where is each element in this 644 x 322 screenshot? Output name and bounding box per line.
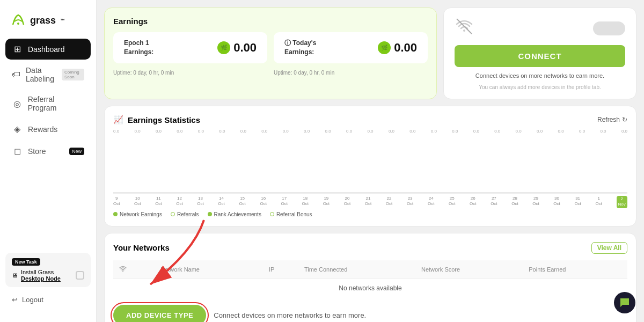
networks-title: Your Networks (113, 243, 170, 252)
refresh-label: Refresh (597, 116, 620, 123)
sidebar-bottom: New Task 🖥 Install Grass Desktop Node ↩ … (0, 247, 96, 313)
col-ip: IP (264, 260, 299, 279)
earnings-boxes: Epoch 1Earnings: 🌿 0.00 ⓘ Today'sEarning… (113, 32, 428, 63)
chart-icon: 📈 (113, 115, 123, 125)
new-task-card: New Task 🖥 Install Grass Desktop Node (5, 253, 91, 287)
legend-referrals: Referrals (171, 211, 199, 217)
sidebar-item-label: Rewards (28, 125, 57, 134)
legend-referral-bonus: Referral Bonus (270, 211, 312, 217)
monitor-icon: 🖥 (12, 272, 18, 279)
store-icon: ◻ (12, 146, 23, 156)
top-row: Earnings Epoch 1Earnings: 🌿 0.00 ⓘ Today… (104, 8, 636, 99)
main-content: Earnings Epoch 1Earnings: 🌿 0.00 ⓘ Today… (97, 0, 644, 322)
sidebar: grass™ ⊞ Dashboard 🏷 Data Labeling Comin… (0, 0, 97, 322)
logout-icon: ↩ (12, 296, 18, 304)
new-badge: New (69, 148, 84, 155)
epoch-earnings-box: Epoch 1Earnings: 🌿 0.00 (113, 32, 267, 63)
stats-title: 📈 Earnings Statistics (113, 115, 200, 125)
legend-dot-referrals (171, 212, 175, 216)
sidebar-item-label: Dashboard (28, 45, 65, 54)
epoch-value: 🌿 0.00 (217, 41, 257, 55)
chart-area (113, 135, 627, 194)
add-device-text: Connect devices on more networks to earn… (214, 311, 366, 319)
epoch-amount: 0.00 (233, 41, 257, 55)
rewards-icon: ◈ (12, 124, 23, 134)
view-all-button[interactable]: View All (591, 242, 627, 254)
legend-rank: Rank Achievements (208, 211, 261, 217)
today-earnings-box: ⓘ Today'sEarnings: 🌿 0.00 (274, 32, 428, 63)
toggle-switch[interactable] (593, 21, 625, 35)
table-body: No networks available (113, 279, 627, 297)
logout-label: Logout (22, 296, 43, 304)
logout-item[interactable]: ↩ Logout (5, 291, 91, 308)
sidebar-item-data-labeling[interactable]: 🏷 Data Labeling Coming Soon (5, 61, 91, 89)
no-networks-message: No networks available (113, 279, 627, 297)
svg-point-0 (17, 23, 19, 25)
sidebar-item-store[interactable]: ◻ Store New (5, 141, 91, 162)
networks-header: Your Networks View All (113, 242, 627, 254)
today-coin-icon: 🌿 (378, 41, 391, 54)
sidebar-nav: ⊞ Dashboard 🏷 Data Labeling Coming Soon … (0, 39, 96, 247)
add-device-type-button[interactable]: ADD DEVICE TYPE (113, 305, 206, 322)
sidebar-item-label: Referral Program (28, 95, 84, 112)
logo-sup: ™ (60, 18, 65, 23)
chart-legend: Network Earnings Referrals Rank Achievem… (113, 211, 627, 217)
connect-subdesc: You can always add more devices in the p… (479, 84, 601, 90)
connect-button[interactable]: CONNECT (455, 45, 625, 67)
legend-dot-rank (208, 212, 212, 216)
refresh-icon: ↻ (622, 116, 627, 123)
svg-point-1 (463, 30, 465, 32)
legend-rank-label: Rank Achievements (214, 211, 261, 217)
logo-text: grass (30, 15, 56, 26)
label-icon: 🏷 (12, 70, 20, 79)
legend-network-label: Network Earnings (120, 211, 162, 217)
col-wifi (113, 260, 155, 279)
coming-soon-badge: Coming Soon (62, 69, 84, 80)
table-header: Network Name IP Time Connected Network S… (113, 260, 627, 279)
dashboard-icon: ⊞ (12, 44, 23, 54)
col-network-name: Network Name (155, 260, 264, 279)
legend-dot-network (113, 212, 118, 216)
wifi-icon (455, 17, 474, 40)
new-task-label: New Task (12, 258, 40, 266)
stats-title-text: Earnings Statistics (128, 115, 200, 125)
chart-value-labels: 0.00.00.00.00.0 0.00.00.00.00.0 0.00.00.… (113, 129, 627, 134)
table-header-row: Network Name IP Time Connected Network S… (113, 260, 627, 279)
uptime-today: Uptime: 0 day, 0 hr, 0 min (274, 70, 428, 76)
date-9-oct: 9Oct (113, 196, 120, 208)
today-value: 🌿 0.00 (378, 41, 417, 55)
new-task-content: 🖥 Install Grass Desktop Node (12, 269, 84, 282)
sidebar-item-label: Data Labeling (26, 66, 56, 83)
task-checkbox[interactable] (76, 271, 84, 280)
sidebar-item-referral[interactable]: ◎ Referral Program (5, 90, 91, 118)
stats-header: 📈 Earnings Statistics Refresh ↻ (113, 115, 627, 125)
networks-card: Your Networks View All Network Name IP T… (104, 233, 636, 322)
sidebar-item-dashboard[interactable]: ⊞ Dashboard (5, 39, 91, 60)
chat-fab-button[interactable] (614, 292, 635, 313)
chart-date-labels: 9Oct 10Oct 11Oct 12Oct 13Oct 14Oct 15Oct… (113, 196, 627, 208)
logo-icon (11, 13, 26, 28)
col-network-score: Network Score (416, 260, 523, 279)
table-row-empty: No networks available (113, 279, 627, 297)
date-highlight: 2Nov (617, 196, 627, 208)
today-amount: 0.00 (394, 41, 417, 55)
epoch-label: Epoch 1Earnings: (124, 39, 153, 57)
sidebar-item-rewards[interactable]: ◈ Rewards (5, 119, 91, 140)
earnings-title: Earnings (113, 17, 428, 26)
legend-network: Network Earnings (113, 211, 162, 217)
earnings-card: Earnings Epoch 1Earnings: 🌿 0.00 ⓘ Today… (104, 8, 437, 99)
uptime-epoch: Uptime: 0 day, 0 hr, 0 min (113, 70, 267, 76)
install-grass-text: Install Grass (21, 269, 61, 275)
connect-desc: Connect devices on more networks to earn… (475, 72, 604, 79)
add-device-row: ADD DEVICE TYPE Connect devices on more … (113, 303, 627, 322)
sidebar-item-label: Store (28, 147, 46, 156)
new-task-text: 🖥 Install Grass Desktop Node (12, 269, 61, 282)
legend-dot-bonus (270, 212, 274, 216)
logo: grass™ (0, 9, 96, 39)
earnings-stats-card: 📈 Earnings Statistics Refresh ↻ 0.00.00.… (104, 106, 636, 226)
referral-icon: ◎ (12, 99, 23, 109)
refresh-button[interactable]: Refresh ↻ (597, 116, 627, 123)
epoch-coin-icon: 🌿 (217, 41, 230, 54)
svg-point-4 (122, 270, 123, 272)
desktop-node-link[interactable]: Desktop Node (21, 275, 61, 282)
